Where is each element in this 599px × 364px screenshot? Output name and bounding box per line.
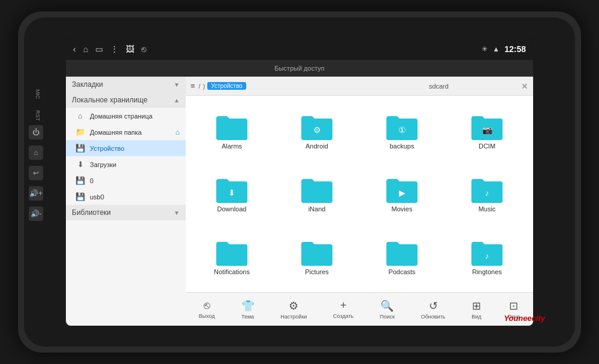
bottom-btn-выход[interactable]: ⎋Выход bbox=[194, 297, 220, 321]
libraries-label: Библиотеки bbox=[72, 208, 111, 217]
bottom-icon-6: ⊞ bbox=[472, 299, 481, 313]
path-bracket[interactable]: ) bbox=[203, 83, 205, 90]
svg-text:📷: 📷 bbox=[482, 125, 493, 135]
folder-item-pictures[interactable]: Pictures bbox=[276, 227, 358, 287]
folder-item-android[interactable]: ⚙ Android bbox=[276, 101, 358, 161]
usb-icon[interactable]: ⎋ bbox=[141, 44, 146, 54]
folder-label-android: Android bbox=[305, 142, 328, 150]
home-page-label: Домашняя страница bbox=[90, 113, 153, 120]
svg-text:①: ① bbox=[398, 125, 406, 135]
folder-item-music[interactable]: ♪ Music bbox=[446, 163, 528, 224]
bookmarks-label: Закладки bbox=[72, 80, 103, 89]
sidebar-home-page[interactable]: ⌂ Домашняя страница bbox=[66, 108, 186, 124]
vol-up-btn[interactable]: 🔊+ bbox=[29, 186, 43, 201]
device-badge[interactable]: Устройство bbox=[207, 82, 246, 90]
back-icon[interactable]: ‹ bbox=[73, 44, 76, 54]
home-folder-home-icon: ⌂ bbox=[176, 128, 180, 136]
bottom-btn-настройки[interactable]: ⚙Настройки bbox=[276, 297, 311, 322]
sidebar-zero[interactable]: 💾 0 bbox=[66, 172, 186, 189]
folder-icon-android: ⚙ bbox=[300, 113, 334, 140]
folder-icon-backups: ① bbox=[385, 113, 419, 140]
zero-label: 0 bbox=[90, 177, 93, 184]
bottom-icon-1: 👕 bbox=[241, 299, 255, 313]
file-area: ≡ / ) Устройство sdcard ✕ Alarms bbox=[186, 77, 533, 326]
svg-text:⚙: ⚙ bbox=[313, 125, 321, 135]
usb-label: usb0 bbox=[90, 193, 104, 201]
home-folder-icon: 📁 bbox=[75, 128, 85, 136]
bottom-label-3: Создать bbox=[333, 313, 353, 319]
bottom-icon-7: ⊡ bbox=[509, 299, 518, 313]
folder-label-ringtones: Ringtones bbox=[472, 268, 502, 275]
folder-item-podcasts[interactable]: Podcasts bbox=[361, 227, 443, 287]
folder-item-inand[interactable]: iNand bbox=[276, 163, 358, 224]
file-toolbar: ≡ / ) Устройство sdcard ✕ bbox=[186, 77, 533, 96]
home-btn[interactable]: ⌂ bbox=[29, 145, 43, 160]
path-slash[interactable]: / bbox=[199, 83, 201, 90]
bottom-btn-поиск[interactable]: 🔍Поиск bbox=[375, 297, 400, 322]
svg-text:▶: ▶ bbox=[399, 188, 406, 198]
bottom-toolbar: ⎋Выход👕Тема⚙Настройки+Создать🔍Поиск↺Обно… bbox=[186, 292, 533, 326]
back-btn[interactable]: ↩ bbox=[29, 166, 43, 180]
recents-icon[interactable]: ▭ bbox=[95, 44, 103, 54]
status-bar: ‹ ⌂ ▭ ⋮ 🖼 ⎋ ✳ ▲ 12:58 bbox=[66, 38, 533, 60]
bookmarks-header[interactable]: Закладки ▼ bbox=[66, 77, 186, 92]
folder-item-movies[interactable]: ▶ Movies bbox=[361, 163, 443, 224]
device-label: Устройство bbox=[90, 145, 125, 152]
home-page-icon: ⌂ bbox=[75, 111, 85, 120]
brand-logo: Youneecity bbox=[504, 314, 545, 323]
folder-label-music: Music bbox=[479, 205, 496, 213]
power-btn[interactable]: ⏻ bbox=[29, 125, 43, 139]
bottom-label-4: Поиск bbox=[380, 314, 395, 320]
wifi-icon: ▲ bbox=[492, 45, 500, 53]
device-icon: 💾 bbox=[75, 144, 85, 153]
folder-label-inand: iNand bbox=[308, 205, 326, 213]
bottom-btn-создать[interactable]: +Создать bbox=[328, 297, 358, 321]
home-icon[interactable]: ⌂ bbox=[83, 44, 88, 54]
svg-text:♪: ♪ bbox=[485, 251, 489, 260]
folder-item-alarms[interactable]: Alarms bbox=[190, 101, 273, 161]
quick-access-label: Быстрый доступ bbox=[71, 65, 528, 72]
menu-icon[interactable]: ⋮ bbox=[110, 44, 119, 54]
car-frame: MIC RST ⏻ ⌂ ↩ 🔊+ 🔊- ‹ ⌂ ▭ ⋮ 🖼 ⎋ ✳ ▲ 12:5… bbox=[18, 11, 581, 353]
folder-item-ringtones[interactable]: ♪ Ringtones bbox=[446, 227, 528, 287]
bottom-btn-обновить[interactable]: ↺Обновить bbox=[416, 297, 450, 322]
menu-toolbar-icon[interactable]: ≡ bbox=[190, 81, 195, 90]
sidebar-device[interactable]: 💾 Устройство bbox=[66, 140, 186, 156]
bottom-label-6: Вид bbox=[471, 314, 481, 320]
svg-text:⬇: ⬇ bbox=[228, 188, 235, 198]
local-storage-label: Локальное хранилище bbox=[72, 96, 147, 104]
folder-label-alarms: Alarms bbox=[222, 142, 242, 150]
bottom-btn-тема[interactable]: 👕Тема bbox=[237, 297, 259, 322]
status-right: ✳ ▲ 12:58 bbox=[482, 44, 526, 54]
bottom-icon-4: 🔍 bbox=[380, 299, 394, 313]
bottom-label-1: Тема bbox=[241, 314, 254, 320]
bottom-btn-вид[interactable]: ⊞Вид bbox=[467, 297, 486, 322]
folder-grid: Alarms ⚙ Android ① backups 📷 DCIM ⬇ Down… bbox=[186, 96, 533, 292]
folder-item-download[interactable]: ⬇ Download bbox=[190, 163, 273, 224]
libraries-header[interactable]: Библиотеки ▼ bbox=[66, 205, 186, 220]
folder-item-dcim[interactable]: 📷 DCIM bbox=[446, 101, 528, 161]
folder-item-notifications[interactable]: Notifications bbox=[190, 227, 273, 287]
local-storage-header[interactable]: Локальное хранилище ▲ bbox=[66, 92, 186, 108]
folder-icon-movies: ▶ bbox=[385, 175, 419, 203]
sidebar-home-folder[interactable]: 📁 Домашняя папка ⌂ bbox=[66, 124, 186, 140]
folder-label-movies: Movies bbox=[392, 205, 413, 213]
bottom-icon-5: ↺ bbox=[429, 299, 438, 313]
close-search-icon[interactable]: ✕ bbox=[521, 81, 528, 91]
folder-item-backups[interactable]: ① backups bbox=[361, 101, 443, 161]
bottom-label-5: Обновить bbox=[421, 314, 446, 320]
sidebar-usb[interactable]: 💾 usb0 bbox=[66, 189, 186, 205]
folder-label-pictures: Pictures bbox=[305, 268, 329, 275]
gallery-icon[interactable]: 🖼 bbox=[126, 44, 134, 54]
folder-icon-inand bbox=[300, 175, 334, 203]
folder-label-download: Download bbox=[217, 205, 247, 213]
vol-down-btn[interactable]: 🔊- bbox=[29, 207, 43, 221]
usb-side-icon: 💾 bbox=[75, 192, 85, 201]
folder-icon-pictures bbox=[300, 238, 334, 266]
local-storage-arrow: ▲ bbox=[174, 97, 180, 104]
sidebar: Закладки ▼ Локальное хранилище ▲ ⌂ Домаш… bbox=[66, 77, 186, 326]
folder-icon-download: ⬇ bbox=[215, 175, 249, 203]
clock: 12:58 bbox=[504, 44, 526, 54]
bluetooth-icon: ✳ bbox=[482, 45, 488, 53]
sidebar-downloads[interactable]: ⬇ Загрузки bbox=[66, 156, 186, 172]
